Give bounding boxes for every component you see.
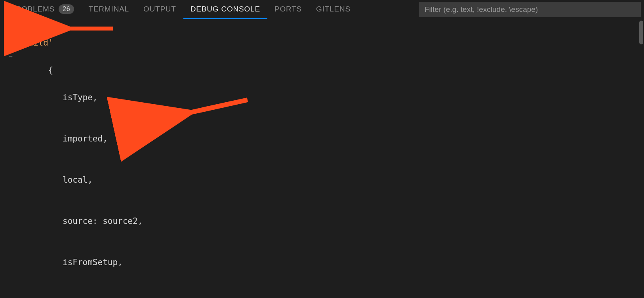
panel-tab-bar: PROBLEMS 26 TERMINAL OUTPUT DEBUG CONSOL…	[0, 0, 644, 19]
tab-label: DEBUG CONSOLE	[191, 5, 260, 13]
tab-output[interactable]: OUTPUT	[136, 0, 183, 19]
tab-gitlens[interactable]: GITLENS	[309, 0, 358, 19]
tab-problems[interactable]: PROBLEMS 26	[3, 0, 81, 19]
tab-label: PORTS	[274, 5, 302, 13]
console-input-line: local	[18, 22, 43, 36]
tab-label: TERMINAL	[88, 5, 129, 13]
console-input-block: { isType, imported, local, source: sourc…	[18, 50, 143, 298]
filter-input[interactable]	[419, 2, 641, 17]
debug-console-output: → local 'Child' → { isType, imported, lo…	[0, 19, 644, 298]
input-arrow-icon: →	[8, 52, 14, 61]
tab-terminal[interactable]: TERMINAL	[81, 0, 136, 19]
tab-debug-console[interactable]: DEBUG CONSOLE	[183, 0, 267, 19]
scrollbar-thumb[interactable]	[639, 21, 643, 44]
tab-label: GITLENS	[316, 5, 351, 13]
tab-label: OUTPUT	[143, 5, 176, 13]
tab-ports[interactable]: PORTS	[267, 0, 309, 19]
console-result-string: 'Child'	[18, 36, 53, 50]
problems-count-badge: 26	[59, 4, 74, 13]
input-arrow-icon: →	[8, 24, 14, 34]
tab-label: PROBLEMS	[10, 5, 55, 13]
